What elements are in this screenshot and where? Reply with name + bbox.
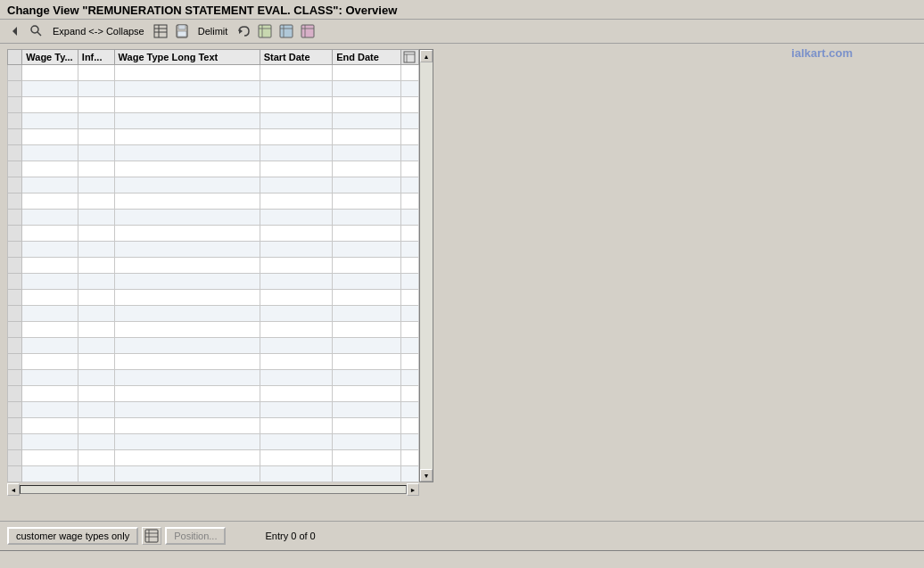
toolbar-table-icon <box>153 24 168 38</box>
toolbar-table-icon-btn[interactable] <box>151 22 170 40</box>
page-title: Change View "REMUNERATION STATEMENT EVAL… <box>7 4 917 17</box>
scroll-track[interactable] <box>420 62 433 469</box>
horizontal-scroll-area: ◄ ► <box>7 482 419 497</box>
table-row[interactable] <box>8 402 419 418</box>
toolbar-nav1-icon <box>258 24 272 38</box>
col-settings-btn[interactable] <box>400 50 418 65</box>
table-row[interactable] <box>8 226 419 242</box>
svg-rect-19 <box>404 52 415 62</box>
toolbar-save-icon-btn[interactable] <box>172 22 192 40</box>
footer-table-icon <box>144 529 159 543</box>
status-bar <box>0 550 924 568</box>
horizontal-scroll-track[interactable] <box>20 485 407 494</box>
svg-rect-22 <box>145 530 158 542</box>
table-row[interactable] <box>8 177 419 193</box>
table-row[interactable] <box>8 65 419 81</box>
toolbar-prev-icon <box>8 24 22 38</box>
toolbar-nav2-icon <box>279 24 293 38</box>
table-row[interactable] <box>8 129 419 145</box>
table-row[interactable] <box>8 386 419 402</box>
table-row[interactable] <box>8 193 419 210</box>
svg-rect-10 <box>259 25 271 37</box>
table-row[interactable] <box>8 466 419 482</box>
column-settings-icon <box>403 51 416 63</box>
col-header-info: Inf... <box>78 50 114 65</box>
svg-rect-16 <box>301 25 314 37</box>
entry-count-text: Entry 0 of 0 <box>265 531 315 541</box>
table-inner: Wage Ty... Inf... Wage Type Long Text St… <box>7 49 419 482</box>
table-header-row: Wage Ty... Inf... Wage Type Long Text St… <box>8 50 419 65</box>
svg-rect-8 <box>177 31 186 37</box>
table-row[interactable] <box>8 81 419 97</box>
footer-icon-btn[interactable] <box>142 527 161 545</box>
svg-rect-7 <box>178 25 186 29</box>
toolbar-nav3-icon <box>301 24 315 38</box>
table-row[interactable] <box>8 97 419 113</box>
delimit-btn[interactable]: Delimit <box>194 24 233 38</box>
col-header-end-date: End Date <box>333 50 400 65</box>
customer-wage-types-btn[interactable]: customer wage types only <box>7 527 138 545</box>
table-row[interactable] <box>8 338 419 354</box>
scroll-right-arrow[interactable]: ► <box>407 483 419 496</box>
title-bar: Change View "REMUNERATION STATEMENT EVAL… <box>0 0 924 20</box>
col-header-wage-type: Wage Ty... <box>22 50 78 65</box>
table-body <box>8 65 419 482</box>
table-row[interactable] <box>8 306 419 322</box>
table-wrapper: Wage Ty... Inf... Wage Type Long Text St… <box>7 49 917 482</box>
table-row[interactable] <box>8 322 419 338</box>
col-header-start-date: Start Date <box>260 50 333 65</box>
toolbar-nav3-btn[interactable] <box>298 22 318 40</box>
table-row[interactable] <box>8 450 419 466</box>
toolbar-icon2-btn[interactable] <box>27 22 46 40</box>
main-content: Wage Ty... Inf... Wage Type Long Text St… <box>0 44 924 507</box>
position-btn[interactable]: Position... <box>165 527 226 545</box>
table-row[interactable] <box>8 242 419 258</box>
scroll-up-arrow[interactable]: ▲ <box>420 50 433 62</box>
expand-collapse-btn[interactable]: Expand <-> Collapse <box>48 24 149 38</box>
table-row[interactable] <box>8 210 419 226</box>
svg-marker-9 <box>239 29 243 34</box>
svg-point-0 <box>31 26 38 33</box>
table-row[interactable] <box>8 161 419 177</box>
main-table: Wage Ty... Inf... Wage Type Long Text St… <box>7 49 419 482</box>
svg-rect-2 <box>154 25 167 37</box>
row-selector-col-header <box>8 50 22 65</box>
scroll-left-arrow[interactable]: ◄ <box>7 483 20 496</box>
table-row[interactable] <box>8 113 419 129</box>
col-header-long-text: Wage Type Long Text <box>114 50 260 65</box>
table-row[interactable] <box>8 354 419 370</box>
vertical-scrollbar[interactable]: ▲ ▼ <box>419 49 433 482</box>
footer: customer wage types only Position... Ent… <box>0 521 924 550</box>
svg-rect-13 <box>280 25 293 37</box>
toolbar: Expand <-> Collapse Delimit <box>0 20 924 44</box>
toolbar-search-icon <box>29 24 44 38</box>
table-row[interactable] <box>8 290 419 306</box>
table-row[interactable] <box>8 370 419 386</box>
toolbar-save-icon <box>175 24 189 38</box>
toolbar-undo-btn[interactable] <box>234 22 253 40</box>
table-row[interactable] <box>8 258 419 274</box>
toolbar-icon1-btn[interactable] <box>5 22 25 40</box>
table-row[interactable] <box>8 145 419 161</box>
toolbar-nav2-btn[interactable] <box>276 22 296 40</box>
table-row[interactable] <box>8 274 419 290</box>
toolbar-nav1-btn[interactable] <box>255 22 275 40</box>
svg-line-1 <box>37 32 41 36</box>
table-row[interactable] <box>8 434 419 450</box>
toolbar-undo-icon <box>236 24 251 38</box>
scroll-down-arrow[interactable]: ▼ <box>420 469 433 482</box>
table-row[interactable] <box>8 418 419 434</box>
